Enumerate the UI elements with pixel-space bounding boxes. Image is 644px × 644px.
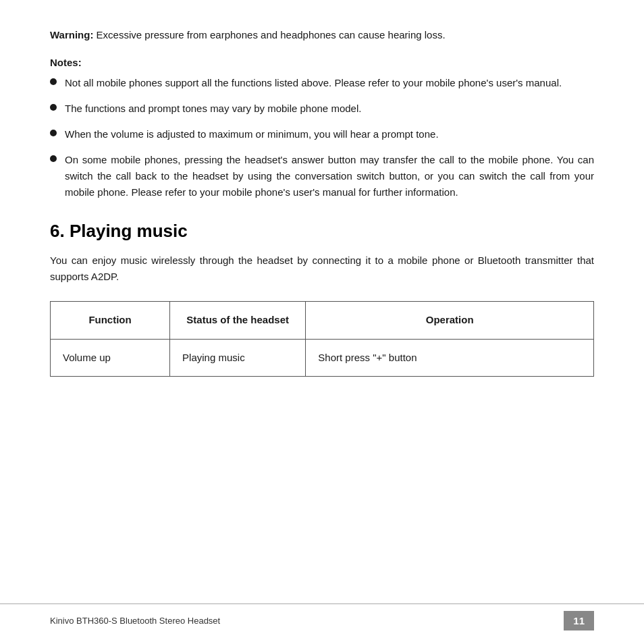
page-footer: Kinivo BTH360-S Bluetooth Stereo Headset… [0,603,644,630]
bullet-text: When the volume is adjusted to maximum o… [65,126,594,142]
bullet-text: Not all mobile phones support all the fu… [65,75,594,91]
cell-status: Playing music [170,339,306,377]
list-item: Not all mobile phones support all the fu… [50,75,594,91]
data-table: Function Status of the headset Operation… [50,301,594,377]
bullet-dot [50,130,57,136]
notes-block: Notes: Not all mobile phones support all… [50,57,594,200]
footer-text: Kinivo BTH360-S Bluetooth Stereo Headset [50,616,220,626]
bullet-text: The functions and prompt tones may vary … [65,101,594,117]
section-title: 6. Playing music [50,221,594,242]
bullet-dot [50,104,57,111]
list-item: The functions and prompt tones may vary … [50,101,594,117]
col-header-function: Function [51,302,170,340]
cell-function: Volume up [51,339,170,377]
section-intro: You can enjoy music wirelessly through t… [50,252,594,285]
bullet-list: Not all mobile phones support all the fu… [50,75,594,200]
table-header-row: Function Status of the headset Operation [51,302,594,340]
warning-label: Warning: [50,29,93,41]
table-row: Volume up Playing music Short press "+" … [51,339,594,377]
notes-label: Notes: [50,57,594,68]
col-header-operation: Operation [306,302,594,340]
page-number: 11 [564,611,594,630]
warning-text: Excessive pressure from earphones and he… [97,29,446,41]
cell-operation: Short press "+" button [306,339,594,377]
bullet-dot [50,78,57,85]
warning-block: Warning: Excessive pressure from earphon… [50,27,594,43]
bullet-dot [50,155,57,162]
col-header-status: Status of the headset [170,302,306,340]
list-item: On some mobile phones, pressing the head… [50,152,594,200]
page-container: Warning: Excessive pressure from earphon… [0,0,644,644]
list-item: When the volume is adjusted to maximum o… [50,126,594,142]
bullet-text: On some mobile phones, pressing the head… [65,152,594,200]
